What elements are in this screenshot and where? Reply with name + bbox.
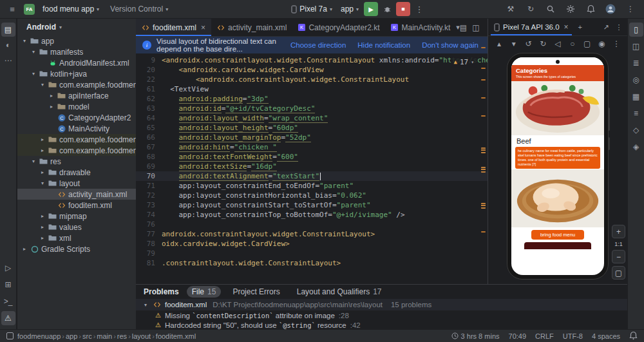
tree-chevron-icon[interactable]: ▸ bbox=[39, 235, 46, 241]
rotate-right-icon[interactable]: ↻ bbox=[538, 37, 547, 51]
tree-item-categoryadapter2[interactable]: CCategoryAdapter2 bbox=[17, 112, 136, 123]
code-line-79[interactable]: 79 bbox=[136, 249, 488, 258]
editor-scrollbar[interactable] bbox=[480, 38, 488, 284]
tree-item-values[interactable]: ▸values bbox=[17, 222, 136, 233]
volume-down-icon[interactable]: ▾ bbox=[509, 37, 518, 51]
code-line-67[interactable]: 67 android:hint="chicken " bbox=[136, 142, 488, 152]
run-tool-icon[interactable]: ▷ bbox=[1, 261, 15, 275]
tree-chevron-icon[interactable]: ▸ bbox=[39, 213, 46, 219]
resource-manager-icon[interactable]: ▦ bbox=[629, 90, 643, 104]
code-line-72[interactable]: 72 app:layout_constraintHorizontal_bias=… bbox=[136, 191, 488, 200]
structure-icon[interactable]: ≡ bbox=[629, 106, 643, 120]
vcs-selector[interactable]: Version Control ▾ bbox=[107, 2, 171, 16]
terminal-icon[interactable]: >_ bbox=[1, 294, 15, 309]
breadcrumb-src[interactable]: src bbox=[82, 332, 92, 340]
run-button[interactable]: ▶ bbox=[364, 2, 378, 16]
tree-chevron-icon[interactable]: ▸ bbox=[48, 93, 55, 99]
screenshot-icon[interactable]: ◉ bbox=[597, 37, 606, 51]
banner-action-don-t-show-again[interactable]: Don't show again bbox=[422, 41, 478, 49]
split-editor-icon[interactable]: ◫ bbox=[472, 23, 479, 32]
code-line-20[interactable]: 20 <androidx.cardview.widget.CardView bbox=[136, 65, 488, 75]
tree-chevron-icon[interactable]: ▾ bbox=[39, 82, 46, 88]
debug-icon[interactable] bbox=[380, 2, 394, 16]
banner-action-hide-notification[interactable]: Hide notification bbox=[357, 41, 410, 49]
code-line-62[interactable]: 62 android:padding="3dp" bbox=[136, 94, 488, 104]
zoom-fit-button[interactable]: ▢ bbox=[612, 266, 625, 280]
project-icon[interactable]: ▤ bbox=[1, 23, 15, 37]
tree-item-res[interactable]: ▾res bbox=[17, 156, 136, 167]
tree-item-activity-main-xml[interactable]: activity_main.xml bbox=[17, 189, 136, 200]
project-view-selector[interactable]: Android ▾ bbox=[17, 19, 136, 35]
partial-button[interactable] bbox=[524, 242, 591, 249]
add-device-icon[interactable]: + bbox=[574, 21, 586, 33]
device-tab[interactable]: Pixel 7a API 36.0 × bbox=[491, 19, 572, 35]
app-quality-insights-icon[interactable]: ◎ bbox=[629, 73, 643, 87]
tree-chevron-icon[interactable]: ▾ bbox=[30, 71, 37, 77]
assistant-icon[interactable]: ◈ bbox=[629, 140, 643, 154]
editor-list-icon[interactable]: ▤ bbox=[460, 23, 467, 32]
build-icon[interactable]: ⚒ bbox=[504, 2, 518, 16]
rotate-left-icon[interactable]: ↺ bbox=[524, 37, 533, 51]
tree-item-gradle-scripts[interactable]: ▸Gradle Scripts bbox=[17, 243, 136, 254]
code-line-76[interactable]: 76 bbox=[136, 220, 488, 229]
tree-chevron-icon[interactable]: ▸ bbox=[39, 169, 46, 175]
bring-food-menu-button[interactable]: bring food menu bbox=[531, 230, 584, 240]
problems-tab-layout-and-qualifiers[interactable]: Layout and Qualifiers17 bbox=[292, 286, 387, 298]
tree-item-manifests[interactable]: ▾manifests bbox=[17, 46, 136, 57]
sync-project-icon[interactable]: ↻ bbox=[524, 2, 538, 16]
code-line-69[interactable]: 69 android:textSize="16dp" bbox=[136, 162, 488, 171]
tree-chevron-icon[interactable]: ▸ bbox=[21, 246, 28, 252]
problems-tab-file[interactable]: File15 bbox=[187, 286, 222, 298]
breadcrumb-foodmenuapp[interactable]: foodmenuapp bbox=[17, 332, 61, 340]
code-line-66[interactable]: 66 android:layout_marginTop="52dp" bbox=[136, 133, 488, 142]
more-icon[interactable]: ⋮ bbox=[623, 2, 638, 16]
device-panel-more-icon[interactable]: ⋮ bbox=[613, 21, 625, 33]
editor-tab-fooditem-xml[interactable]: fooditem.xml× bbox=[136, 19, 211, 36]
services-icon[interactable]: ⊞ bbox=[1, 278, 15, 292]
tree-chevron-icon[interactable]: ▾ bbox=[21, 38, 28, 44]
phone-screen[interactable]: Categories This screen shows the types o… bbox=[511, 57, 604, 275]
problem-item[interactable]: ⚠Hardcoded string "50", should use `@str… bbox=[136, 320, 627, 329]
code-editor[interactable]: 9<androidx.constraintlayout.widget.Const… bbox=[136, 53, 488, 284]
code-line-73[interactable]: 73 app:layout_constraintStart_toStartOf=… bbox=[136, 200, 488, 210]
tree-item-drawable[interactable]: ▸drawable bbox=[17, 167, 136, 178]
code-line-61[interactable]: 61 <TextView bbox=[136, 84, 488, 94]
main-menu-icon[interactable]: ≡ bbox=[5, 2, 19, 16]
editor-tab-categoryadapter2-kt[interactable]: KCategoryAdapter2.kt bbox=[292, 19, 385, 36]
search-everywhere-icon[interactable] bbox=[544, 2, 558, 16]
tree-item-layout[interactable]: ▾layout bbox=[17, 178, 136, 189]
encoding-widget[interactable]: UTF-8 bbox=[563, 332, 583, 340]
tree-item-mainactivity[interactable]: CMainActivity bbox=[17, 123, 136, 134]
time-tracker-widget[interactable]: 3 hrs 8 mins bbox=[451, 332, 500, 340]
tool-window-layout-icon[interactable] bbox=[6, 332, 14, 339]
code-line-9[interactable]: 9<androidx.constraintlayout.widget.Const… bbox=[136, 55, 488, 65]
tree-item-com-example-foodmenuapp-an[interactable]: ▸com.example.foodmenuapp (an bbox=[17, 134, 136, 145]
notifications-icon[interactable] bbox=[583, 2, 598, 16]
breadcrumb-fooditem-xml[interactable]: fooditem.xml bbox=[156, 332, 196, 340]
tree-chevron-icon[interactable]: ▸ bbox=[39, 147, 46, 153]
code-line-22[interactable]: 22 <androidx.constraintlayout.widget.Con… bbox=[136, 75, 488, 84]
tree-chevron-icon[interactable]: ▸ bbox=[48, 104, 55, 109]
close-device-tab-icon[interactable]: × bbox=[564, 23, 569, 32]
code-line-63[interactable]: 63 android:id="@+id/tvCategoryDesc" bbox=[136, 104, 488, 113]
breadcrumb-layout[interactable]: layout bbox=[132, 332, 151, 340]
code-line-64[interactable]: 64 android:layout_width="wrap_content" bbox=[136, 113, 488, 123]
editor-tab-mainactivity-kt[interactable]: KMainActivity.kt bbox=[385, 19, 456, 36]
line-separator-widget[interactable]: CRLF bbox=[535, 332, 554, 340]
tree-chevron-icon[interactable]: ▾ bbox=[30, 158, 37, 164]
tree-item-com-example-foodmenuapp[interactable]: ▾com.example.foodmenuapp bbox=[17, 79, 136, 90]
code-line-77[interactable]: 77androidx.constraintlayout.widget.Const… bbox=[136, 229, 488, 239]
tree-item-mipmap[interactable]: ▸mipmap bbox=[17, 211, 136, 222]
running-devices-icon[interactable]: ▯ bbox=[629, 23, 643, 37]
run-more-icon[interactable]: ⋮ bbox=[412, 2, 426, 16]
indent-widget[interactable]: 4 spaces bbox=[592, 332, 620, 340]
code-line-74[interactable]: 74 app:layout_constraintTop_toBottomOf="… bbox=[136, 210, 488, 220]
code-line-68[interactable]: 68 android:textFontWeight="600" bbox=[136, 152, 488, 162]
code-line-65[interactable]: 65 android:layout_height="60dp" bbox=[136, 123, 488, 133]
tree-item-xml[interactable]: ▸xml bbox=[17, 233, 136, 243]
banner-action-choose-direction[interactable]: Choose direction bbox=[290, 41, 346, 49]
back-icon[interactable]: ◁ bbox=[553, 37, 562, 51]
code-line-78[interactable]: 78oidx.cardview.widget.CardView> bbox=[136, 239, 488, 249]
close-tab-icon[interactable]: × bbox=[201, 23, 205, 32]
inspections-widget[interactable]: ▲ 17 ▾ bbox=[451, 57, 478, 68]
